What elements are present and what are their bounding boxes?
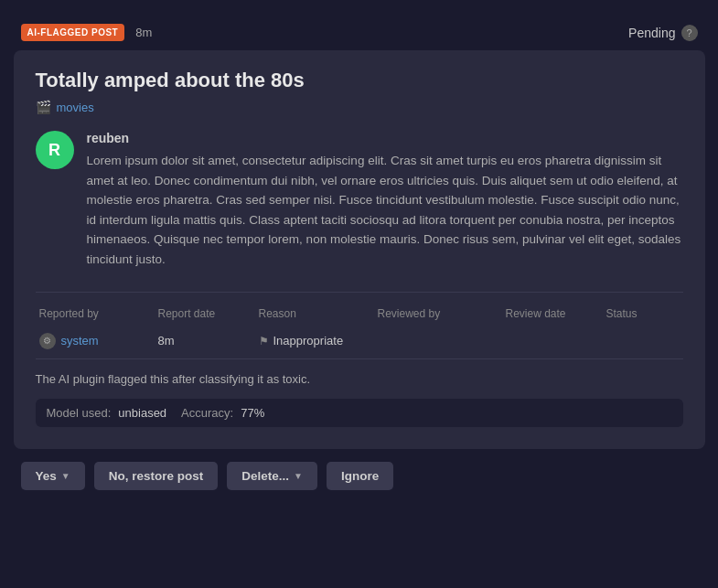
reason-cell: ⚑ Inappropriate [259,334,378,347]
system-avatar-icon: ⚙ [39,333,56,349]
reporter-cell: ⚙ system [39,333,158,349]
post-time: 8m [135,26,152,39]
model-label: Model used: [47,406,112,420]
yes-chevron-icon: ▼ [61,471,70,481]
report-section: Reported by Report date Reason Reviewed … [36,292,683,427]
report-time: 8m [158,334,259,347]
delete-chevron-icon: ▼ [294,471,303,481]
outer-container: AI-FLAGGED POST 8m Pending ? Totally amp… [6,15,713,588]
model-info: Model used: unbiased Accuracy: 77% [36,399,683,427]
col-reported-by: Reported by [39,307,158,320]
main-card: Totally amped about the 80s 🎬 movies R r… [14,50,705,449]
post-category: 🎬 movies [36,100,683,114]
ai-flagged-badge: AI-FLAGGED POST [21,24,125,41]
author-name: reuben [87,131,683,145]
col-report-date: Report date [158,307,259,320]
col-reason: Reason [259,307,378,320]
report-table-row: ⚙ system 8m ⚑ Inappropriate [36,329,683,359]
accuracy-value: 77% [241,406,264,420]
author-row: R reuben Lorem ipsum dolor sit amet, con… [36,131,683,270]
top-bar-right: Pending ? [628,25,697,41]
reason-value: Inappropriate [273,334,344,347]
post-title: Totally amped about the 80s [36,69,683,92]
ignore-button[interactable]: Ignore [327,462,393,490]
col-review-date: Review date [506,307,606,320]
help-icon[interactable]: ? [681,25,698,41]
accuracy-label: Accuracy: [181,406,233,420]
avatar: R [36,131,74,169]
top-bar: AI-FLAGGED POST 8m Pending ? [6,15,713,50]
status-label: Pending [628,26,675,40]
top-bar-left: AI-FLAGGED POST 8m [21,24,153,41]
no-restore-button[interactable]: No, restore post [94,462,219,490]
ai-note: The AI plugin flagged this after classif… [36,372,683,386]
reporter-name[interactable]: system [61,334,99,347]
report-table-header: Reported by Report date Reason Reviewed … [36,307,683,320]
category-label: movies [57,101,94,114]
model-value: unbiased [118,406,166,420]
col-reviewed-by: Reviewed by [378,307,506,320]
author-content: reuben Lorem ipsum dolor sit amet, conse… [87,131,683,270]
action-bar: Yes ▼ No, restore post Delete... ▼ Ignor… [6,449,713,503]
category-icon: 🎬 [36,100,51,114]
flag-icon: ⚑ [259,335,269,347]
yes-button[interactable]: Yes ▼ [21,462,85,490]
col-status: Status [606,307,680,320]
delete-button[interactable]: Delete... ▼ [227,462,317,490]
post-body: Lorem ipsum dolor sit amet, consectetur … [87,151,683,270]
